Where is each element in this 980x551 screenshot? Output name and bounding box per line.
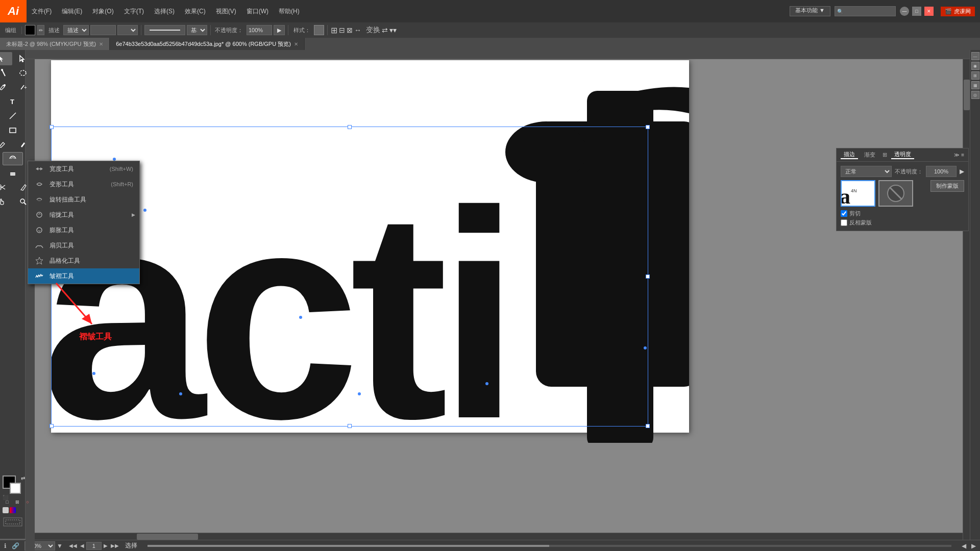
dropdown-scallop-tool[interactable]: 扇贝工具 <box>28 238 139 253</box>
tab-1-close[interactable]: ✕ <box>99 41 103 47</box>
scrollbar-bottom[interactable] <box>35 533 963 540</box>
mode-isolate[interactable]: ○ <box>23 498 32 506</box>
zoom-dropdown-icon[interactable]: ▼ <box>57 542 63 549</box>
opacity-btn[interactable]: ▶ <box>274 25 285 35</box>
stroke-input[interactable] <box>90 25 116 35</box>
stroke-select[interactable]: 描述 <box>63 25 89 35</box>
align-icon[interactable]: ⊞ <box>331 26 337 35</box>
scissors-tool[interactable] <box>0 181 12 194</box>
mode-behind[interactable]: ⊠ <box>13 498 22 506</box>
nav-first-btn[interactable]: ◀◀ <box>68 543 78 548</box>
menu-help[interactable]: 帮助(H) <box>274 0 305 22</box>
opacity-input[interactable] <box>926 166 957 177</box>
dropdown-crystallize-tool[interactable]: 晶格化工具 <box>28 253 139 268</box>
transform-icon[interactable]: ⇄ <box>382 26 388 34</box>
menu-view[interactable]: 视图(V) <box>211 0 241 22</box>
liquify-tool[interactable] <box>3 152 23 165</box>
direct-selection-tool[interactable] <box>13 52 33 65</box>
fill-swatch[interactable] <box>25 25 35 35</box>
selection-tool[interactable] <box>0 52 12 65</box>
invert-label: 反相蒙版 <box>849 219 872 227</box>
menu-edit[interactable]: 编辑(E) <box>57 0 87 22</box>
menu-file[interactable]: 文件(F) <box>27 0 57 22</box>
swap-colors-icon[interactable]: ⇄ <box>21 475 25 481</box>
warp-tool-label: 变形工具 <box>50 180 74 189</box>
flip-icon[interactable]: ↔ <box>354 26 361 34</box>
magic-wand-tool[interactable] <box>0 66 12 80</box>
lasso-tool[interactable] <box>13 66 33 80</box>
mask-cancel-thumb[interactable] <box>878 180 913 207</box>
dropdown-pucker-tool[interactable]: 缩拢工具 <box>28 207 139 222</box>
panel-tab-gradient[interactable]: 渐变 <box>861 151 878 159</box>
status-progress-fill <box>148 545 550 547</box>
right-stroke-icon[interactable]: — <box>971 52 979 60</box>
invert-checkbox[interactable] <box>841 219 847 226</box>
pencil-tool[interactable] <box>13 138 33 151</box>
svg-rect-4 <box>26 59 35 551</box>
svg-rect-0 <box>26 50 970 59</box>
scrollbar-right[interactable] <box>963 59 970 540</box>
stroke-style[interactable]: 基本 <box>187 25 207 35</box>
panel-tab-transparency[interactable]: 透明度 <box>891 151 914 159</box>
status-nav-right-prev[interactable]: ◀ <box>962 542 966 549</box>
line-tool[interactable] <box>3 109 23 122</box>
more-icon[interactable]: ▾▾ <box>389 26 397 34</box>
dropdown-twist-tool[interactable]: 旋转扭曲工具 <box>28 192 139 207</box>
status-nav-right-next[interactable]: ▶ <box>971 542 976 549</box>
tab-2-close[interactable]: ✕ <box>294 41 298 47</box>
add-anchor-tool[interactable]: + <box>13 81 33 94</box>
stroke-color[interactable] <box>10 507 16 513</box>
layer-thumb[interactable]: a 4N <box>841 180 875 207</box>
nav-next-btn[interactable]: ▶ <box>103 543 109 548</box>
type-tool[interactable]: T <box>3 95 23 108</box>
dropdown-wrinkle-tool[interactable]: 皱褶工具 <box>28 268 139 284</box>
background-color[interactable] <box>10 483 21 494</box>
btn-minimize[interactable]: — <box>900 7 909 16</box>
dropdown-bloat-tool[interactable]: 膨胀工具 <box>28 222 139 238</box>
paintbrush-tool[interactable] <box>0 138 12 151</box>
menu-object[interactable]: 对象(O) <box>87 0 118 22</box>
mode-normal[interactable]: □ <box>3 498 12 506</box>
make-mask-btn[interactable]: 制作蒙版 <box>930 180 964 192</box>
stroke-none[interactable] <box>3 507 9 513</box>
panel-menu-icon[interactable]: ≡ <box>961 152 964 158</box>
stroke-size[interactable] <box>117 25 138 35</box>
menu-effect[interactable]: 效果(C) <box>180 0 211 22</box>
hand-tool[interactable] <box>0 195 12 208</box>
transform-btn[interactable]: 变换 <box>366 26 380 35</box>
panel-expand-icon[interactable]: ≫ <box>954 152 959 158</box>
scroll-thumb-right[interactable] <box>964 80 970 110</box>
menu-text[interactable]: 文字(T) <box>119 0 149 22</box>
rect-tool[interactable] <box>3 123 23 137</box>
menu-window[interactable]: 窗口(W) <box>241 0 274 22</box>
svg-rect-28 <box>587 91 653 443</box>
blend-mode-select[interactable]: 正常 <box>841 166 892 177</box>
tab-2[interactable]: 6e74b33e53d0aa5d5256b47d49dc53a.jpg* @ 6… <box>110 38 305 50</box>
style-swatch[interactable] <box>314 25 324 35</box>
eraser-tool[interactable] <box>3 166 23 180</box>
nav-prev-btn[interactable]: ◀ <box>79 543 85 548</box>
right-gradient-icon[interactable]: ▦ <box>971 81 979 89</box>
opacity-input[interactable] <box>247 25 272 35</box>
panel-tab-stroke[interactable]: 描边 <box>841 151 858 159</box>
dropdown-warp-tool[interactable]: 变形工具 (Shift+R) <box>28 177 139 192</box>
right-transparency-icon[interactable]: ◎ <box>971 91 979 99</box>
menu-select[interactable]: 选择(S) <box>149 0 180 22</box>
page-input[interactable] <box>86 542 102 550</box>
clip-checkbox[interactable] <box>841 210 847 217</box>
opacity-arrow-icon[interactable]: ▶ <box>960 168 964 175</box>
pen-tool[interactable] <box>0 81 12 94</box>
right-swatches-icon[interactable]: ⊞ <box>971 71 979 80</box>
scroll-thumb-bottom[interactable] <box>137 534 198 540</box>
workspace-btn[interactable]: 基本功能 ▼ <box>790 6 830 16</box>
btn-close[interactable]: ✕ <box>924 7 934 16</box>
wrinkle-tool-icon <box>34 271 44 281</box>
distribute-icon[interactable]: ⊟ <box>339 26 345 34</box>
btn-maximize[interactable]: □ <box>912 7 921 16</box>
tab-1[interactable]: 未标题-2 @ 98% (CMYK/GPU 预览) ✕ <box>0 38 110 50</box>
nav-last-btn[interactable]: ▶▶ <box>110 543 120 548</box>
dropdown-width-tool[interactable]: 宽度工具 (Shift+W) <box>28 161 139 177</box>
arrange-icon[interactable]: ⊠ <box>347 26 353 34</box>
right-color-icon[interactable]: ◉ <box>971 62 979 70</box>
artboard-tool[interactable] <box>3 517 23 529</box>
